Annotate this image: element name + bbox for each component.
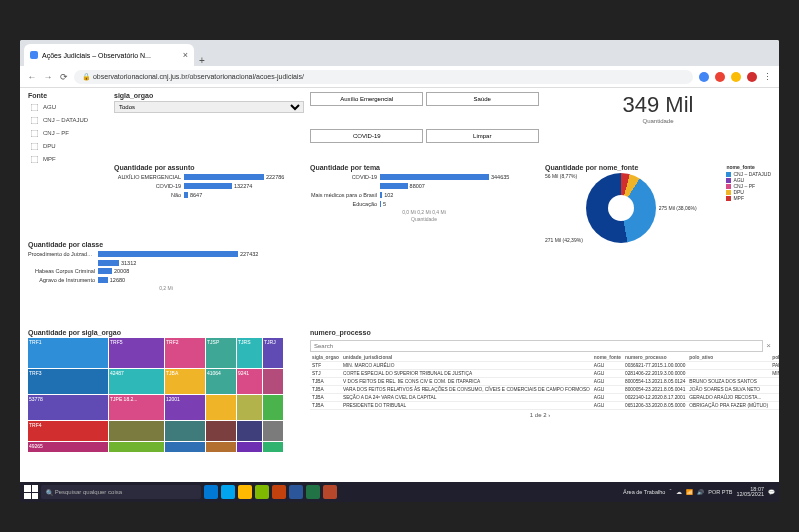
new-tab-button[interactable]: + (194, 55, 210, 66)
treemap-cell[interactable] (263, 369, 283, 394)
bar-row[interactable]: 31312 (28, 259, 304, 266)
btn-covid[interactable]: COVID-19 (310, 129, 423, 143)
nav-forward-icon[interactable]: → (42, 72, 54, 82)
treemap-cell[interactable] (165, 442, 205, 452)
taskbar-app-icon[interactable] (255, 485, 269, 499)
table-row[interactable]: STFMIN. MARCO AURÉLIOAGU0036921-77.2015.… (310, 361, 779, 369)
bar-row[interactable]: AUXÍLIO EMERGENCIAL 222786 (114, 173, 304, 181)
btn-auxilio[interactable]: Auxílio Emergencial (310, 92, 423, 106)
treemap-cell[interactable] (206, 442, 236, 452)
treemap-cell[interactable]: TJBA (165, 369, 205, 394)
start-button[interactable] (24, 485, 38, 499)
extension-icon[interactable] (731, 72, 741, 82)
browser-menu-icon[interactable]: ⋮ (761, 72, 773, 82)
nav-back-icon[interactable]: ← (26, 72, 38, 82)
treemap-cell[interactable]: TJSP (206, 338, 236, 368)
tray-notifications-icon[interactable]: 💬 (768, 489, 775, 495)
table-header[interactable]: polo_ativo (687, 354, 770, 362)
treemap-cell[interactable]: 12001 (165, 395, 205, 420)
table-header[interactable]: sigla_orgao (310, 354, 341, 362)
treemap-cell[interactable]: 41064 (206, 369, 236, 394)
btn-saude[interactable]: Saúde (426, 92, 540, 106)
tray-volume-icon[interactable]: 🔊 (697, 489, 704, 495)
taskbar-search[interactable]: 🔍 Pesquisar qualquer coisa (41, 485, 201, 499)
taskbar-app-icon[interactable] (204, 485, 218, 499)
treemap-cell[interactable] (237, 442, 262, 452)
treemap-cell[interactable]: TJRS (237, 338, 262, 368)
treemap-cell[interactable]: TJPE 18.2... (109, 395, 164, 420)
legend-item[interactable]: MPF (726, 195, 771, 201)
fonte-checkbox[interactable] (31, 156, 39, 164)
treemap-cell[interactable]: 49265 (28, 442, 108, 452)
table-header[interactable]: unidade_jurisdicional (341, 354, 592, 362)
fonte-option[interactable]: MPF (28, 153, 108, 166)
tab-close-icon[interactable]: × (183, 50, 188, 60)
fonte-option[interactable]: CNJ – DATAJUD (28, 114, 108, 127)
table-row[interactable]: TJBAPRESIDENTE DO TRIBUNALAGU0651206-33.… (310, 401, 779, 409)
tray-cloud-icon[interactable]: ☁ (676, 489, 682, 495)
treemap-cell[interactable]: 42487 (109, 369, 164, 394)
fonte-option[interactable]: DPU (28, 140, 108, 153)
search-clear-icon[interactable]: × (766, 341, 771, 350)
search-input[interactable] (310, 340, 763, 352)
table-pager[interactable]: 1 de 2 › (310, 412, 771, 418)
bar-row[interactable]: Procedimento do Juizado Especial Cíve...… (28, 250, 304, 258)
extension-icon[interactable] (747, 72, 757, 82)
table-row[interactable]: TJBAV DOS FEITOS DE REL. DE CONS CIV E C… (310, 377, 779, 385)
treemap-cell[interactable] (165, 421, 205, 441)
fonte-option[interactable]: AGU (28, 101, 108, 114)
table-row[interactable]: STJCORTE ESPECIAL DO SUPERIOR TRIBUNAL D… (310, 369, 779, 377)
bar-row[interactable]: Educação 5 (310, 200, 539, 208)
tray-clock[interactable]: 18:0712/05/2021 (736, 487, 764, 498)
treemap-cell[interactable] (206, 421, 236, 441)
taskbar-app-icon[interactable] (323, 485, 337, 499)
system-tray[interactable]: Área de Trabalho ˄ ☁ 📶 🔊 POR PTB 18:0712… (623, 487, 775, 498)
taskbar-app-icon[interactable] (238, 485, 252, 499)
btn-limpar[interactable]: Limpar (426, 129, 540, 143)
treemap-cell[interactable] (206, 395, 236, 420)
bar-row[interactable]: Não 8647 (114, 191, 304, 199)
treemap-cell[interactable]: 53778 (28, 395, 108, 420)
treemap-cell[interactable]: TRF1 (28, 338, 108, 368)
treemap-cell[interactable]: TRF5 (109, 338, 164, 368)
treemap-cell[interactable]: TRF4 (28, 421, 108, 441)
taskbar-app-icon[interactable] (272, 485, 286, 499)
fonte-checkbox[interactable] (31, 143, 39, 151)
bar-row[interactable]: Agravo de Instrumento 12680 (28, 276, 304, 284)
taskbar-app-icon[interactable] (306, 485, 320, 499)
treemap-cell[interactable] (109, 442, 164, 452)
table-row[interactable]: TJBASEÇÃO A DA 24ª VARA CÍVEL DA CAPITAL… (310, 393, 779, 401)
taskbar-app-icon[interactable] (221, 485, 235, 499)
pie-donut[interactable] (586, 173, 656, 243)
tray-lang[interactable]: POR PTB (708, 489, 732, 495)
treemap-cell[interactable] (263, 395, 283, 420)
treemap-cell[interactable] (263, 442, 283, 452)
bar-row[interactable]: Mais médicos para o Brasil 102 (310, 191, 539, 199)
extension-icon[interactable] (699, 72, 709, 82)
treemap-cell[interactable] (263, 421, 283, 441)
fonte-checkbox[interactable] (31, 130, 39, 138)
table-header[interactable]: polo_passivo (770, 354, 779, 362)
table-header[interactable]: nome_fonte (592, 354, 623, 362)
table-row[interactable]: TJBAVARA DOS FEITOS RELATIVOS ÀS RELAÇÕE… (310, 385, 779, 393)
treemap-cell[interactable]: 9241 (237, 369, 262, 394)
fonte-option[interactable]: CNJ – PF (28, 127, 108, 140)
treemap-cell[interactable] (109, 421, 164, 441)
table-header[interactable]: numero_processo (623, 354, 687, 362)
tray-wifi-icon[interactable]: 📶 (686, 489, 693, 495)
fonte-checkbox[interactable] (31, 117, 39, 125)
treemap-cell[interactable] (237, 395, 262, 420)
bar-row[interactable]: 88007 (310, 182, 539, 190)
taskbar-app-icon[interactable] (289, 485, 303, 499)
treemap-cell[interactable] (237, 421, 262, 441)
browser-tab[interactable]: Ações Judiciais – Observatório N... × (24, 44, 194, 66)
nav-reload-icon[interactable]: ⟳ (58, 72, 70, 82)
treemap-cell[interactable]: TRF2 (165, 338, 205, 368)
fonte-checkbox[interactable] (31, 104, 39, 112)
sigla-select[interactable]: Todos (114, 101, 304, 113)
treemap-cell[interactable]: TJRJ (263, 338, 283, 368)
treemap-cell[interactable]: TRF3 (28, 369, 108, 394)
address-bar[interactable]: 🔒 observatorionacional.cnj.jus.br/observ… (74, 70, 693, 84)
bar-row[interactable]: COVID-19 132274 (114, 182, 304, 190)
tray-chevron-up-icon[interactable]: ˄ (669, 489, 672, 495)
